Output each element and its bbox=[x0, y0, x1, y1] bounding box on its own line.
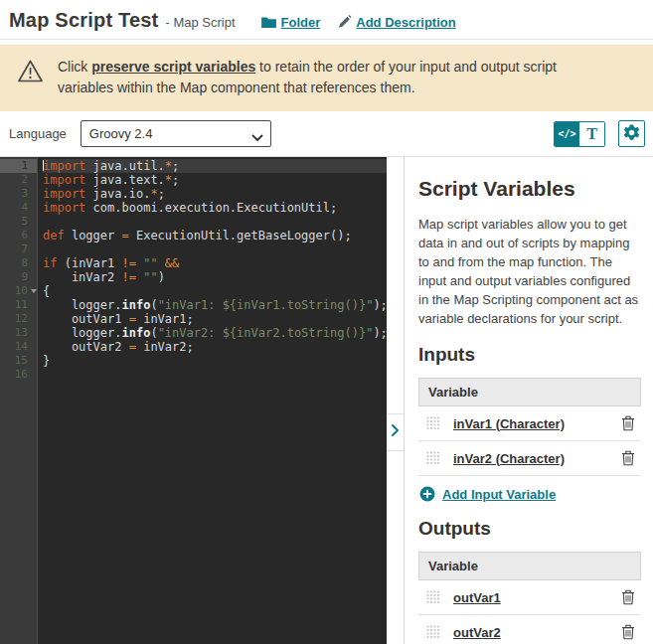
editor-gutter: 12345678910111213141516 bbox=[0, 157, 38, 644]
drag-handle-icon[interactable] bbox=[426, 416, 440, 430]
preserve-script-variables-link[interactable]: preserve script variables bbox=[91, 59, 255, 75]
add-input-variable-link[interactable]: Add Input Variable bbox=[442, 487, 556, 502]
code-token: "inVar1: ${inVar1.toString()}" bbox=[158, 298, 374, 312]
line-number: 16 bbox=[0, 368, 37, 382]
code-token: java.io. bbox=[85, 187, 150, 201]
line-number: 2 bbox=[0, 173, 37, 187]
code-line: import com.boomi.execution.ExecutionUtil… bbox=[43, 201, 387, 215]
outputs-heading: Outputs bbox=[418, 518, 641, 540]
code-token: = bbox=[129, 340, 136, 354]
warning-icon bbox=[17, 59, 44, 87]
code-token: = bbox=[129, 312, 136, 326]
warning-banner: Click preserve script variables to retai… bbox=[0, 45, 653, 111]
add-description-link-label: Add Description bbox=[356, 15, 455, 30]
drag-handle-icon[interactable] bbox=[426, 451, 440, 465]
drag-handle-icon[interactable] bbox=[426, 625, 440, 639]
code-token: "" bbox=[143, 256, 157, 270]
variable-link[interactable]: inVar1 (Character) bbox=[453, 416, 608, 431]
code-line: logger.info("inVar2: ${inVar2.toString()… bbox=[43, 326, 387, 340]
delete-variable-button[interactable] bbox=[621, 450, 635, 466]
outputs-column-header: Variable bbox=[418, 552, 641, 580]
language-select-wrap: Groovy 2.4 bbox=[81, 120, 271, 147]
code-token: import bbox=[43, 173, 85, 187]
script-variables-panel: Script Variables Map script variables al… bbox=[405, 157, 653, 644]
code-line: if (inVar1 != "" && bbox=[43, 256, 387, 270]
code-token: = bbox=[121, 229, 128, 242]
delete-variable-button[interactable] bbox=[621, 589, 635, 605]
drag-handle-icon[interactable] bbox=[426, 590, 440, 604]
variable-row: outVar1 bbox=[418, 580, 641, 615]
code-editor[interactable]: 12345678910111213141516 import java.util… bbox=[0, 157, 387, 644]
page-subtitle: - Map Script bbox=[165, 15, 235, 30]
variable-link[interactable]: outVar2 bbox=[453, 625, 608, 640]
warning-text-prefix: Click bbox=[58, 59, 91, 75]
variable-row: inVar1 (Character) bbox=[418, 406, 641, 441]
inputs-heading: Inputs bbox=[418, 344, 641, 366]
code-line: import java.text.*; bbox=[43, 173, 387, 187]
pencil-icon bbox=[338, 14, 351, 30]
code-token: if bbox=[43, 256, 57, 270]
line-number: 9 bbox=[0, 270, 37, 284]
code-line: import java.util.*; bbox=[43, 159, 387, 173]
code-fold-icon[interactable] bbox=[31, 289, 37, 293]
view-mode-toggle: </> T bbox=[554, 121, 605, 147]
code-line: inVar2 != "") bbox=[43, 270, 387, 284]
code-token: ( bbox=[150, 298, 157, 312]
code-token: * bbox=[165, 159, 172, 173]
code-token: ( bbox=[150, 326, 157, 340]
chevron-right-icon bbox=[391, 423, 400, 441]
line-number: 1 bbox=[0, 159, 37, 173]
code-token: java.text. bbox=[85, 173, 164, 187]
variable-row: inVar2 (Character) bbox=[418, 441, 641, 476]
language-select[interactable]: Groovy 2.4 bbox=[81, 120, 271, 147]
code-token bbox=[158, 256, 165, 270]
code-token: com.boomi.execution.ExecutionUtil; bbox=[85, 201, 337, 215]
add-input-variable[interactable]: Add Input Variable bbox=[419, 486, 641, 502]
line-number: 3 bbox=[0, 187, 37, 201]
code-token: info bbox=[121, 326, 150, 340]
settings-button[interactable] bbox=[618, 120, 645, 147]
warning-text: Click preserve script variables to retai… bbox=[58, 57, 593, 98]
code-token: def bbox=[43, 229, 65, 242]
code-token: ) bbox=[158, 270, 165, 284]
code-token: java.util. bbox=[85, 159, 164, 173]
gear-icon bbox=[623, 124, 640, 144]
text-view-button[interactable]: T bbox=[579, 122, 604, 146]
inputs-column-header: Variable bbox=[418, 378, 641, 406]
code-line bbox=[43, 215, 387, 229]
line-number: 7 bbox=[0, 242, 37, 256]
code-token: logger. bbox=[43, 326, 121, 340]
code-token: != bbox=[121, 270, 135, 284]
code-token: inVar2 bbox=[43, 270, 121, 284]
editor-code-area[interactable]: import java.util.*;import java.text.*;im… bbox=[38, 157, 387, 644]
code-token: logger bbox=[65, 229, 122, 242]
plus-circle-icon bbox=[419, 486, 435, 502]
code-token: import bbox=[43, 187, 85, 201]
code-line: def logger = ExecutionUtil.getBaseLogger… bbox=[43, 229, 387, 242]
collapse-panel-button[interactable] bbox=[387, 413, 404, 451]
folder-link-label: Folder bbox=[281, 15, 321, 30]
code-token: ExecutionUtil.getBaseLogger(); bbox=[129, 229, 352, 242]
code-token: ); bbox=[373, 298, 387, 312]
line-number: 13 bbox=[0, 326, 37, 340]
code-token: import bbox=[43, 201, 85, 215]
delete-variable-button[interactable] bbox=[621, 415, 635, 431]
code-token: * bbox=[165, 173, 172, 187]
inputs-table: Variable inVar1 (Character) inVar2 (Char… bbox=[418, 378, 641, 476]
delete-variable-button[interactable] bbox=[621, 624, 635, 640]
code-token: ; bbox=[172, 159, 179, 173]
line-number: 12 bbox=[0, 312, 37, 326]
add-description-link[interactable]: Add Description bbox=[338, 14, 455, 30]
code-token: "" bbox=[143, 270, 157, 284]
code-token: "inVar2: ${inVar2.toString()}" bbox=[158, 326, 374, 340]
code-line: outVar1 = inVar1; bbox=[43, 312, 387, 326]
editor-toolbar: Language Groovy 2.4 </> T bbox=[0, 111, 653, 156]
code-token: != bbox=[121, 256, 135, 270]
folder-link[interactable]: Folder bbox=[261, 15, 321, 30]
code-view-button[interactable]: </> bbox=[555, 122, 579, 146]
variable-link[interactable]: inVar2 (Character) bbox=[453, 451, 608, 466]
line-number: 6 bbox=[0, 229, 37, 242]
variable-link[interactable]: outVar1 bbox=[453, 590, 608, 605]
language-label: Language bbox=[9, 126, 67, 141]
code-token: && bbox=[165, 256, 179, 270]
